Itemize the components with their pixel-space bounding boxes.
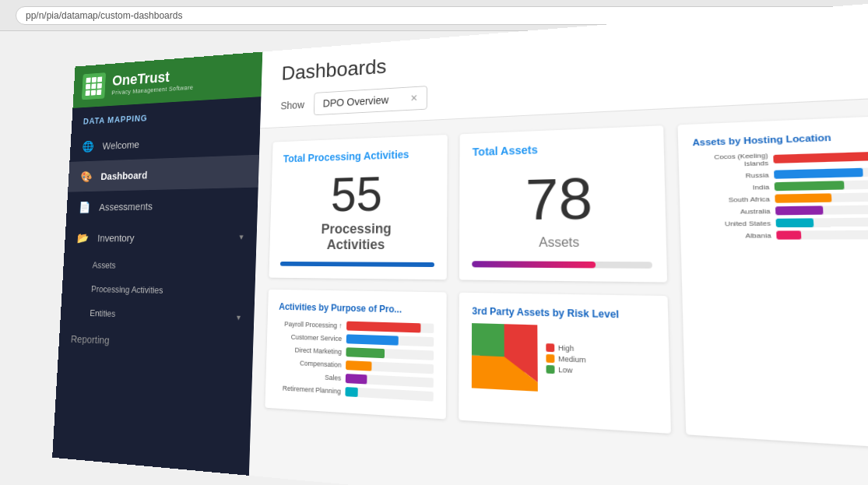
hosting-row: Albania bbox=[695, 230, 868, 240]
sidebar: OneTrust Privacy Management Software DAT… bbox=[52, 52, 262, 476]
third-party-card: 3rd Party Assets by Risk Level High bbox=[459, 293, 671, 434]
hosting-row: Australia bbox=[694, 205, 868, 216]
dashboard-select[interactable]: DPO Overview × bbox=[314, 86, 427, 115]
assets-number: 78 bbox=[473, 163, 652, 233]
hosting-bar-wrap bbox=[774, 180, 868, 192]
risk-pie-chart bbox=[472, 323, 538, 392]
chart-label: Payroll Processing ↑ bbox=[279, 320, 343, 329]
logo-text: OneTrust Privacy Management Software bbox=[111, 68, 194, 96]
pie-container: High Medium Low bbox=[472, 323, 655, 397]
sidebar-item-dashboard[interactable]: 🎨 Dashboard bbox=[68, 155, 259, 192]
hosting-bar-wrap bbox=[773, 151, 868, 163]
hosting-bar-fill bbox=[775, 193, 832, 202]
chart-label: Direct Marketing bbox=[278, 346, 342, 356]
hosting-bar-wrap bbox=[775, 205, 868, 215]
main-wrapper: OneTrust Privacy Management Software DAT… bbox=[52, 0, 868, 485]
legend-low-label: Low bbox=[558, 366, 572, 375]
chart-bar-wrap bbox=[346, 347, 434, 360]
chart-bar-wrap bbox=[346, 334, 434, 346]
sidebar-submenu-inventory: Assets Processing Activities Entities ▾ bbox=[60, 253, 256, 330]
hosting-bar-fill bbox=[776, 230, 802, 239]
grid-icon bbox=[86, 76, 103, 96]
sidebar-label-dashboard: Dashboard bbox=[100, 169, 148, 182]
hosting-bar-fill bbox=[774, 168, 863, 179]
hosting-chart: Cocos (Keeling) Islands Russia India Sou… bbox=[693, 147, 868, 240]
chart-bar-wrap bbox=[345, 387, 434, 402]
dashboard-grid: Total Processing Activities 55 Processin… bbox=[251, 96, 868, 471]
chart-label: Sales bbox=[277, 371, 342, 382]
sidebar-label-assessments: Assessments bbox=[99, 200, 153, 213]
legend-medium-label: Medium bbox=[558, 355, 586, 364]
sidebar-label-welcome: Welcome bbox=[102, 139, 139, 152]
chart-label: Customer Service bbox=[278, 332, 342, 343]
hosting-label: Albania bbox=[695, 231, 771, 239]
hosting-row: India bbox=[694, 180, 868, 193]
chart-bar-fill bbox=[346, 322, 420, 333]
show-label: Show bbox=[280, 99, 304, 111]
total-assets-card: Total Assets 78 Assets bbox=[459, 125, 666, 282]
chevron-down-icon: ▾ bbox=[239, 232, 244, 242]
chevron-down-icon-entities: ▾ bbox=[237, 312, 241, 322]
assets-hosting-card: Assets by Hosting Location Cocos (Keelin… bbox=[677, 114, 868, 450]
chart-bar-fill bbox=[346, 334, 399, 345]
third-party-title: 3rd Party Assets by Risk Level bbox=[472, 305, 653, 321]
hosting-row: United States bbox=[694, 217, 868, 228]
chart-row: Customer Service bbox=[278, 332, 434, 346]
hosting-bar-fill bbox=[773, 151, 868, 163]
processing-progress-bar bbox=[280, 262, 434, 267]
chart-bar-wrap bbox=[346, 360, 434, 374]
sidebar-label-processing-activities: Processing Activities bbox=[91, 284, 163, 296]
sidebar-label-inventory: Inventory bbox=[97, 231, 135, 243]
app-icon bbox=[82, 72, 106, 100]
hosting-title: Assets by Hosting Location bbox=[692, 129, 868, 147]
sidebar-label-entities: Entities bbox=[90, 308, 115, 318]
hosting-bar-wrap bbox=[775, 192, 868, 203]
hosting-bar-wrap bbox=[775, 217, 868, 227]
dashboard-icon: 🎨 bbox=[79, 169, 93, 184]
hosting-row: South Africa bbox=[694, 192, 868, 205]
assets-progress-bar bbox=[473, 261, 652, 269]
hosting-bar-wrap bbox=[774, 167, 868, 178]
sidebar-item-inventory[interactable]: 📂 Inventory ▾ bbox=[65, 220, 258, 254]
hosting-bar-fill bbox=[774, 181, 844, 191]
chart-label: Retirement Planning bbox=[276, 384, 341, 395]
legend-high-label: High bbox=[558, 344, 575, 353]
hosting-bar-fill bbox=[775, 206, 823, 215]
chart-bar-wrap bbox=[346, 374, 434, 388]
activities-purpose-chart: Payroll Processing ↑ Customer Service Di… bbox=[276, 319, 434, 401]
hosting-label: South Africa bbox=[694, 195, 770, 203]
total-processing-title: Total Processing Activities bbox=[283, 147, 436, 164]
sidebar-label-assets: Assets bbox=[92, 260, 115, 270]
sidebar-label-reporting: Reporting bbox=[71, 332, 110, 346]
selected-dashboard: DPO Overview bbox=[323, 94, 389, 110]
globe-icon: 🌐 bbox=[82, 139, 95, 153]
chart-bar-fill bbox=[346, 347, 385, 358]
chart-bar-fill bbox=[346, 360, 371, 371]
sidebar-item-assessments[interactable]: 📄 Assessments bbox=[66, 188, 258, 223]
total-processing-card: Total Processing Activities 55 Processin… bbox=[269, 135, 448, 279]
main-content: Dashboards Show DPO Overview × Total Pro… bbox=[249, 0, 868, 485]
hosting-label: Cocos (Keeling) Islands bbox=[693, 152, 768, 169]
activities-purpose-title: Activities by Purpose of Pro... bbox=[279, 301, 434, 315]
activities-by-purpose-card: Activities by Purpose of Pro... Payroll … bbox=[265, 290, 447, 420]
chart-bar-wrap bbox=[346, 322, 434, 333]
hosting-label: Australia bbox=[694, 207, 771, 216]
clear-selection-button[interactable]: × bbox=[410, 91, 417, 105]
pie-legend: High Medium Low bbox=[546, 343, 586, 375]
hosting-label: United States bbox=[694, 219, 771, 227]
inventory-icon: 📂 bbox=[76, 230, 90, 245]
chart-row: Payroll Processing ↑ bbox=[279, 319, 434, 333]
legend-medium-color bbox=[546, 354, 555, 363]
sidebar-item-reporting[interactable]: Reporting bbox=[58, 324, 254, 360]
sidebar-item-assets[interactable]: Assets bbox=[75, 253, 256, 279]
hosting-row: Cocos (Keeling) Islands bbox=[693, 147, 868, 169]
assets-progress-fill bbox=[473, 261, 596, 268]
legend-low-color bbox=[546, 365, 555, 374]
assets-label: Assets bbox=[473, 235, 652, 250]
processing-label: Processing Activities bbox=[280, 220, 434, 253]
legend-high-color bbox=[546, 343, 555, 352]
hosting-bar-wrap bbox=[776, 230, 868, 239]
hosting-label: Russia bbox=[694, 170, 769, 180]
hosting-row: Russia bbox=[694, 167, 868, 181]
chart-bar-fill bbox=[346, 374, 367, 384]
